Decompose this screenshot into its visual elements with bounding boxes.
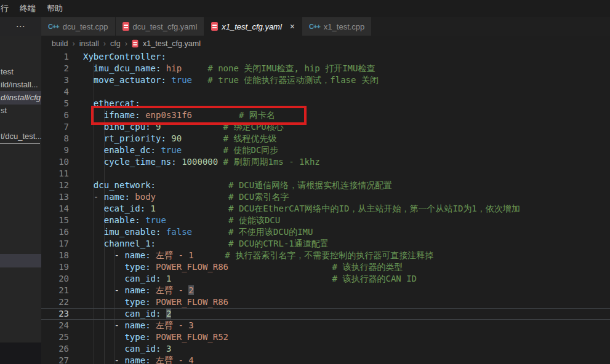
code-line[interactable]: 13 - name: body # DCU索引名字 [41, 191, 610, 203]
code-token: type: [124, 297, 150, 307]
code-line[interactable]: 15 enable: true # 使能该DCU [41, 215, 610, 226]
line-number[interactable]: 4 [41, 86, 69, 98]
breadcrumb-segment[interactable]: build [52, 39, 68, 48]
code-line[interactable]: 2 imu_dcu_name: hip # none 关闭IMU检查, hip … [41, 63, 610, 74]
code-line[interactable]: 19 type: POWER_FLOW_R86 # 该执行器的类型 [41, 261, 610, 273]
code-token: # DCU索引名字 [156, 192, 289, 202]
code-token: # DCU通信网络，请根据实机连接情况配置 [156, 180, 392, 190]
highlighted-row [0, 254, 41, 267]
code-line[interactable]: 25 type: POWER_FLOW_R52 [41, 331, 610, 343]
line-number[interactable]: 23 [41, 309, 69, 319]
code-line[interactable]: 1XyberController: [41, 51, 610, 63]
line-number[interactable]: 18 [41, 250, 69, 261]
line-number[interactable]: 9 [41, 144, 69, 156]
red-annotation-box [91, 106, 307, 125]
code-token: 左臂 - 1 [151, 250, 194, 260]
code-line[interactable]: 21 - name: 左臂 - 2 [41, 285, 610, 296]
code-line[interactable]: 3 move_actuator: true # true 使能执行器运动测试，f… [41, 74, 610, 86]
line-number[interactable]: 1 [41, 51, 69, 63]
code-line[interactable]: 27 - name: 左臂 - 4 [41, 355, 610, 364]
code-line[interactable]: 23 can_id: 2 [41, 308, 610, 320]
code-token: name: [124, 355, 150, 364]
cpp-file-icon: C++ [48, 23, 59, 30]
side-list-item[interactable]: st [1, 106, 7, 115]
line-number[interactable]: 3 [41, 74, 69, 86]
code-line[interactable]: 24 - name: 左臂 - 3 [41, 320, 610, 331]
tab-x1_test_cfg.yaml[interactable]: x1_test_cfg.yaml× [204, 17, 302, 36]
line-number[interactable]: 17 [41, 238, 69, 250]
code-line[interactable]: 11 [41, 168, 610, 180]
code-token [83, 262, 124, 272]
line-number[interactable]: 25 [41, 331, 69, 343]
line-number[interactable]: 16 [41, 226, 69, 238]
breadcrumb-segment[interactable]: cfg [110, 39, 121, 48]
code-line[interactable]: 20 can_id: 1 # 该执行器的CAN ID [41, 273, 610, 285]
tab-dcu_test_cfg.yaml[interactable]: dcu_test_cfg.yaml [116, 17, 204, 36]
code-token: name: [124, 320, 150, 330]
code-token: 2 [166, 309, 171, 318]
code-line[interactable]: 10 cycle_time_ns: 1000000 # 刷新周期1ms - 1k… [41, 156, 610, 168]
line-number[interactable]: 21 [41, 285, 69, 296]
line-number[interactable]: 10 [41, 156, 69, 168]
side-list-item[interactable]: t/dcu_test... [1, 132, 41, 141]
line-number[interactable]: 6 [41, 109, 69, 121]
tab-label: x1_test_cfg.yaml [222, 22, 282, 31]
code-token: enable_dc: [104, 145, 156, 155]
side-list-item[interactable]: test [1, 67, 14, 76]
line-number[interactable]: 15 [41, 215, 69, 226]
line-number[interactable]: 27 [41, 355, 69, 364]
code-line[interactable]: 26 can_id: 3 [41, 343, 610, 355]
code-token: 左臂 - [151, 285, 189, 295]
code-token [83, 157, 104, 167]
line-number[interactable]: 24 [41, 320, 69, 331]
code-token [83, 75, 94, 85]
side-list-item[interactable]: ild/install... [1, 80, 38, 89]
code-token: # 线程优先级 [182, 133, 276, 143]
line-number[interactable]: 12 [41, 180, 69, 191]
tab-overflow-button[interactable]: ⋯ [0, 17, 41, 36]
tab-label: x1_test.cpp [324, 22, 365, 31]
code-line[interactable]: 12 dcu_network: # DCU通信网络，请根据实机连接情况配置 [41, 180, 610, 191]
side-list-item[interactable]: d/install/cfg [1, 93, 41, 102]
menu-item[interactable]: 终端 [14, 3, 41, 14]
breadcrumb-segment[interactable]: install [79, 39, 99, 48]
code-area[interactable]: 1XyberController:2 imu_dcu_name: hip # n… [41, 51, 610, 364]
code-token: can_id: [124, 309, 161, 318]
close-icon[interactable]: × [290, 22, 295, 31]
line-number[interactable]: 2 [41, 63, 69, 74]
breadcrumb-path: build›install›cfg› [52, 39, 127, 48]
code-line[interactable]: 16 imu_enable: false # 不使用该DCU的IMU [41, 226, 610, 238]
code-token: # 使能该DCU [166, 215, 280, 225]
code-token: # 该执行器的CAN ID [171, 274, 417, 283]
code-line[interactable]: 22 type: POWER_FLOW_R86 [41, 296, 610, 308]
tab-dcu_test.cpp[interactable]: C++dcu_test.cpp [41, 17, 115, 36]
menu-bar: 行终端帮助 [0, 0, 610, 17]
code-line[interactable]: 18 - name: 左臂 - 1 # 执行器索引名字，不需要控制的执行器可直接… [41, 250, 610, 261]
separator-line [0, 143, 40, 144]
code-line[interactable]: 8 rt_priority: 90 # 线程优先级 [41, 133, 610, 144]
code-token: XyberController: [83, 52, 166, 61]
code-token: dcu_network: [94, 180, 156, 190]
menu-item[interactable]: 帮助 [41, 3, 68, 14]
code-token [161, 309, 166, 318]
menu-item[interactable]: 行 [0, 3, 14, 14]
line-number[interactable]: 13 [41, 191, 69, 203]
line-number[interactable]: 26 [41, 343, 69, 355]
line-number[interactable]: 5 [41, 98, 69, 109]
code-line[interactable]: 9 enable_dc: true # 使能DC同步 [41, 144, 610, 156]
code-line[interactable]: 17 channel_1: # DCU的CTRL-1通道配置 [41, 238, 610, 250]
line-number[interactable]: 8 [41, 133, 69, 144]
line-number[interactable]: 22 [41, 296, 69, 308]
line-number[interactable]: 19 [41, 261, 69, 273]
tab-x1_test.cpp[interactable]: C++x1_test.cpp [302, 17, 371, 36]
tab-label: dcu_test_cfg.yaml [133, 22, 198, 31]
side-panel: testild/install...d/install/cfgstt/dcu_t… [0, 36, 41, 364]
line-number[interactable]: 11 [41, 168, 69, 180]
line-number[interactable]: 7 [41, 121, 69, 133]
line-number[interactable]: 14 [41, 203, 69, 215]
line-number[interactable]: 20 [41, 273, 69, 285]
code-token [83, 274, 124, 283]
code-line[interactable]: 4 [41, 86, 610, 98]
yaml-file-icon [211, 22, 218, 31]
code-line[interactable]: 14 ecat_id: 1 # DCU在EtherCAT网络中的ID，从主站开始… [41, 203, 610, 215]
